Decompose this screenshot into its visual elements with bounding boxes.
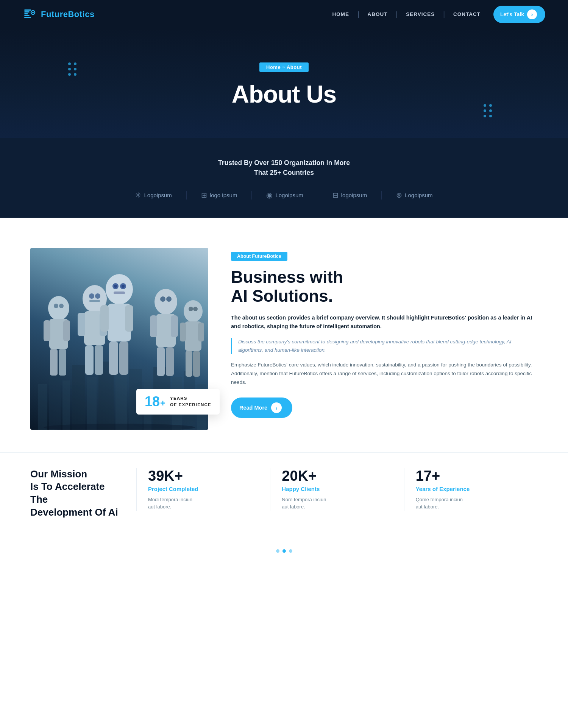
- trusted-logo-3: ◉ Logoipsum: [252, 191, 318, 200]
- svg-point-34: [89, 293, 94, 299]
- footer-dot-3: [289, 549, 292, 553]
- svg-rect-60: [186, 351, 192, 377]
- about-body-text: Emphasize FutureBotics' core values, whi…: [231, 361, 538, 387]
- logo-icon-2: ⊞: [201, 191, 207, 200]
- stat-column-2: 20K+ Happy Clients Nore tempora inciun a…: [270, 468, 404, 511]
- about-quote-text: Discuss the company's commitment to desi…: [238, 338, 538, 354]
- svg-point-6: [32, 12, 34, 13]
- svg-rect-22: [44, 320, 50, 341]
- svg-rect-53: [166, 347, 174, 376]
- read-more-arrow-icon: ›: [271, 402, 282, 413]
- stat-desc-1: Modi tempora inciun aut labore.: [148, 496, 259, 511]
- svg-rect-25: [59, 349, 66, 376]
- nav-item-contact[interactable]: CONTACT: [451, 10, 483, 19]
- logo[interactable]: FutureBotics: [23, 7, 95, 22]
- trusted-logo-row: ✳ Logoipsum ⊞ logo ipsum ◉ Logoipsum ⊟ l…: [30, 191, 538, 200]
- svg-rect-40: [125, 305, 133, 332]
- svg-rect-61: [193, 351, 200, 377]
- lets-talk-button[interactable]: Let's Talk ›: [493, 6, 545, 23]
- about-section-badge: About FutureBotics: [231, 252, 287, 261]
- trusted-logo-5: ⊗ Logoipsum: [382, 191, 447, 200]
- logo-icon-3: ◉: [266, 191, 273, 200]
- hero-section: Home ~ About About Us: [0, 28, 568, 138]
- breadcrumb: Home ~ About: [259, 62, 309, 72]
- svg-rect-50: [150, 315, 157, 337]
- trusted-section: Trusted By Over 150 Organization In More…: [0, 138, 568, 218]
- stat-number-3: 17+: [416, 468, 526, 484]
- svg-rect-24: [50, 349, 58, 376]
- svg-rect-47: [114, 292, 125, 294]
- about-image-column: 18 + YEARS OF EXPERIENCE: [30, 248, 208, 430]
- logo-icon-5: ⊗: [396, 191, 402, 200]
- hero-title: About Us: [232, 80, 336, 108]
- svg-rect-3: [24, 15, 30, 16]
- mission-column: Our Mission Is To Accelerate The Develop…: [30, 468, 136, 519]
- svg-point-37: [106, 274, 133, 304]
- about-quote-block: Discuss the company's commitment to desi…: [231, 338, 538, 354]
- trusted-logo-1: ✳ Logoipsum: [121, 191, 186, 200]
- svg-point-64: [44, 424, 195, 430]
- trusted-logo-2: ⊞ logo ipsum: [187, 191, 252, 200]
- stat-number-1: 39K+: [148, 468, 259, 484]
- footer-dot-2: [282, 549, 286, 553]
- about-text-column: About FutureBotics Business with AI Solu…: [231, 248, 538, 418]
- svg-point-54: [160, 296, 165, 302]
- nav-sep-2: |: [396, 10, 398, 18]
- lets-talk-arrow-icon: ›: [527, 9, 537, 19]
- about-title: Business with AI Solutions.: [231, 268, 538, 306]
- footer-dot-1: [276, 549, 279, 553]
- stat-label-3: Years of Experience: [416, 486, 526, 492]
- svg-rect-4: [24, 17, 31, 18]
- trusted-text: Trusted By Over 150 Organization In More…: [30, 158, 538, 178]
- about-section: 18 + YEARS OF EXPERIENCE About FutureBot…: [0, 218, 568, 452]
- stat-label-2: Happy Clients: [282, 486, 392, 492]
- svg-point-45: [114, 285, 117, 288]
- svg-point-48: [154, 289, 177, 315]
- nav-menu: HOME | ABOUT | SERVICES | CONTACT Let's …: [330, 6, 545, 23]
- lets-talk-label: Let's Talk: [500, 11, 524, 17]
- svg-rect-52: [157, 347, 165, 376]
- navbar: FutureBotics HOME | ABOUT | SERVICES | C…: [0, 0, 568, 28]
- stat-column-1: 39K+ Project Completed Modi tempora inci…: [136, 468, 270, 511]
- read-more-label: Read More: [239, 405, 267, 411]
- svg-rect-2: [24, 13, 28, 14]
- svg-point-63: [193, 307, 198, 311]
- svg-rect-58: [180, 323, 186, 341]
- svg-rect-1: [24, 11, 30, 12]
- mission-title: Our Mission Is To Accelerate The Develop…: [30, 468, 121, 519]
- svg-point-56: [184, 300, 203, 322]
- mission-section: Our Mission Is To Accelerate The Develop…: [0, 452, 568, 542]
- nav-item-home[interactable]: HOME: [330, 10, 351, 19]
- read-more-button[interactable]: Read More ›: [231, 398, 292, 418]
- svg-rect-36: [89, 300, 100, 302]
- stat-desc-2: Nore tempora inciun aut labore.: [282, 496, 392, 511]
- nav-sep-1: |: [357, 10, 359, 18]
- svg-point-20: [48, 296, 69, 320]
- stat-label-1: Project Completed: [148, 486, 259, 492]
- svg-point-55: [166, 296, 172, 302]
- svg-point-62: [189, 307, 193, 311]
- experience-label: YEARS OF EXPERIENCE: [170, 395, 211, 407]
- logo-icon: [23, 7, 37, 22]
- svg-point-27: [59, 304, 64, 308]
- svg-rect-0: [24, 9, 31, 11]
- svg-rect-39: [100, 305, 109, 332]
- stat-desc-3: Qome tempora inciun aut labore.: [416, 496, 526, 511]
- logo-icon-4: ⊟: [332, 191, 339, 200]
- nav-item-about[interactable]: ABOUT: [365, 10, 390, 19]
- svg-point-35: [95, 293, 100, 299]
- svg-rect-42: [119, 341, 128, 375]
- nav-item-services[interactable]: SERVICES: [404, 10, 437, 19]
- footer-dots: [0, 542, 568, 557]
- experience-number: 18: [145, 395, 160, 408]
- hero-dots-left: [68, 62, 77, 76]
- hero-dots-right: [484, 104, 492, 117]
- svg-rect-51: [171, 315, 178, 337]
- svg-rect-32: [85, 345, 94, 375]
- cta-button-wrap: Let's Talk ›: [487, 6, 545, 23]
- logo-icon-1: ✳: [135, 191, 141, 200]
- nav-sep-3: |: [443, 10, 445, 18]
- svg-point-46: [122, 285, 125, 288]
- svg-rect-59: [198, 323, 204, 341]
- stat-number-2: 20K+: [282, 468, 392, 484]
